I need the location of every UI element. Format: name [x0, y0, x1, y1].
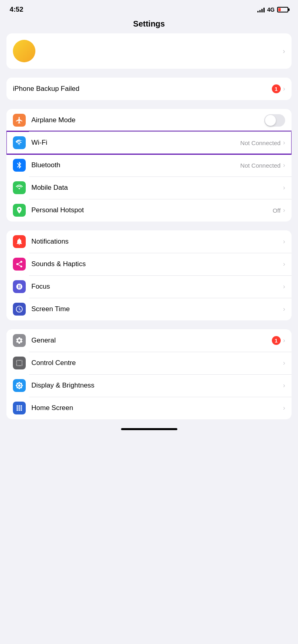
wifi-label: Wi-Fi: [31, 139, 240, 147]
backup-label: iPhone Backup Failed: [13, 85, 272, 93]
status-icons: 4G: [257, 6, 288, 13]
screen-time-label: Screen Time: [31, 305, 283, 313]
notifications-label: Notifications: [31, 238, 283, 246]
system1-card: Notifications › Sounds & Haptics › Focus…: [6, 230, 292, 320]
general-icon: [13, 334, 26, 347]
sounds-icon: [13, 258, 26, 271]
battery-icon: [277, 7, 288, 12]
profile-chevron-icon: ›: [283, 47, 285, 55]
notifications-row[interactable]: Notifications ›: [6, 230, 292, 253]
personal-hotspot-chevron-icon: ›: [283, 207, 285, 214]
display-brightness-chevron-icon: ›: [283, 382, 285, 389]
airplane-mode-label: Airplane Mode: [31, 116, 261, 124]
control-centre-label: Control Centre: [31, 359, 283, 367]
home-screen-label: Home Screen: [31, 404, 283, 412]
signal-bars-icon: [257, 7, 265, 12]
focus-label: Focus: [31, 283, 283, 291]
status-bar: 4:52 4G: [0, 0, 298, 17]
notifications-chevron-icon: ›: [283, 238, 285, 245]
control-centre-icon: [13, 357, 26, 369]
airplane-mode-toggle[interactable]: [264, 114, 285, 127]
page-title: Settings: [133, 19, 165, 28]
focus-icon: [13, 280, 26, 293]
mobile-data-label: Mobile Data: [31, 184, 283, 192]
wifi-icon: [13, 136, 26, 149]
sounds-row[interactable]: Sounds & Haptics ›: [6, 253, 292, 275]
bluetooth-label: Bluetooth: [31, 161, 240, 169]
system2-card: General 1 › Control Centre › Display & B…: [6, 329, 292, 419]
bluetooth-row[interactable]: Bluetooth Not Connected ›: [6, 154, 292, 176]
wifi-value: Not Connected: [240, 139, 281, 146]
backup-row[interactable]: iPhone Backup Failed 1 ›: [6, 78, 292, 100]
general-row[interactable]: General 1 ›: [6, 329, 292, 352]
bluetooth-value: Not Connected: [240, 162, 281, 169]
home-screen-chevron-icon: ›: [283, 404, 285, 412]
profile-left: [13, 40, 35, 62]
personal-hotspot-row[interactable]: Personal Hotspot Off ›: [6, 199, 292, 222]
airplane-mode-row[interactable]: Airplane Mode: [6, 109, 292, 131]
general-badge: 1: [272, 336, 281, 345]
sounds-chevron-icon: ›: [283, 260, 285, 268]
backup-badge: 1: [272, 84, 281, 93]
network-type: 4G: [267, 6, 275, 13]
display-brightness-label: Display & Brightness: [31, 381, 283, 390]
screen-time-icon: [13, 303, 26, 316]
general-label: General: [31, 336, 272, 345]
notifications-icon: [13, 235, 26, 248]
focus-chevron-icon: ›: [283, 283, 285, 290]
personal-hotspot-icon: [13, 204, 26, 217]
home-screen-icon: [13, 402, 26, 414]
display-brightness-icon: [13, 379, 26, 392]
mobile-data-icon: [13, 181, 26, 194]
focus-row[interactable]: Focus ›: [6, 275, 292, 298]
profile-card[interactable]: ›: [6, 33, 292, 69]
screen-time-row[interactable]: Screen Time ›: [6, 298, 292, 320]
backup-card[interactable]: iPhone Backup Failed 1 ›: [6, 78, 292, 100]
bluetooth-icon: [13, 159, 26, 172]
personal-hotspot-value: Off: [273, 207, 281, 214]
sounds-label: Sounds & Haptics: [31, 260, 283, 268]
bluetooth-chevron-icon: ›: [283, 162, 285, 169]
home-indicator: [121, 428, 177, 430]
page-title-bar: Settings: [0, 17, 298, 33]
mobile-data-chevron-icon: ›: [283, 184, 285, 191]
backup-chevron-icon: ›: [283, 85, 285, 92]
mobile-data-row[interactable]: Mobile Data ›: [6, 176, 292, 199]
wifi-row[interactable]: Wi-Fi Not Connected ›: [6, 131, 292, 154]
airplane-mode-icon: [13, 114, 26, 127]
avatar: [13, 40, 35, 62]
control-centre-chevron-icon: ›: [283, 359, 285, 367]
display-brightness-row[interactable]: Display & Brightness ›: [6, 374, 292, 397]
personal-hotspot-label: Personal Hotspot: [31, 206, 273, 214]
control-centre-row[interactable]: Control Centre ›: [6, 352, 292, 374]
home-screen-row[interactable]: Home Screen ›: [6, 397, 292, 419]
screen-time-chevron-icon: ›: [283, 306, 285, 313]
status-time: 4:52: [10, 6, 23, 14]
general-chevron-icon: ›: [283, 337, 285, 344]
wifi-chevron-icon: ›: [283, 139, 285, 146]
connectivity-card: Airplane Mode Wi-Fi Not Connected › Blue…: [6, 109, 292, 222]
